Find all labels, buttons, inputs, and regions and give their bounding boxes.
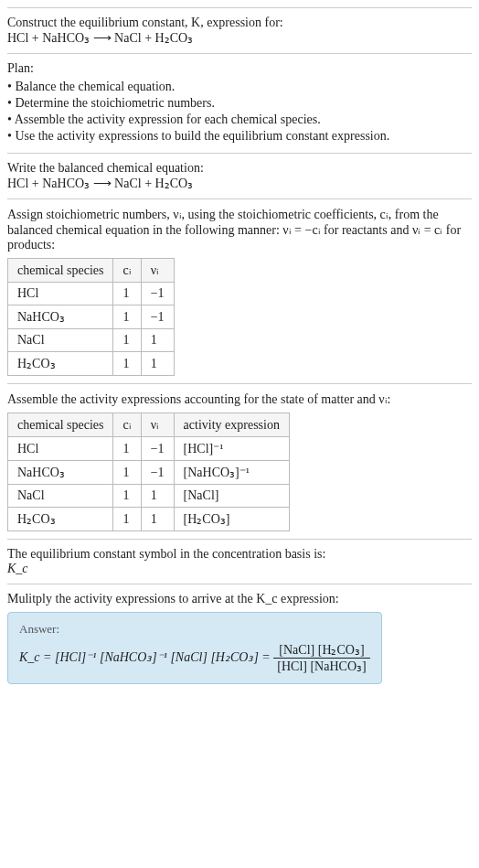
table-row: H₂CO₃ 1 1 [H₂CO₃]	[8, 508, 290, 531]
activity-intro: Assemble the activity expressions accoun…	[7, 391, 472, 407]
cell-species: NaCl	[8, 329, 113, 352]
cell-ci: 1	[113, 329, 141, 352]
answer-label: Answer:	[19, 622, 370, 637]
answer-expression: K_c = [HCl]⁻¹ [NaHCO₃]⁻¹ [NaCl] [H₂CO₃] …	[19, 642, 370, 674]
symbol-section: The equilibrium constant symbol in the c…	[7, 539, 472, 584]
cell-species: HCl	[8, 283, 113, 305]
cell-ci: 1	[113, 283, 141, 305]
symbol-intro: The equilibrium constant symbol in the c…	[7, 547, 472, 562]
col-activity: activity expression	[174, 413, 289, 437]
multiply-section: Mulitply the activity expressions to arr…	[7, 584, 472, 691]
cell-activity: [NaCl]	[174, 485, 289, 508]
col-ci: cᵢ	[113, 259, 141, 283]
col-nui: νᵢ	[141, 413, 174, 437]
cell-ci: 1	[113, 461, 141, 485]
cell-species: H₂CO₃	[8, 352, 113, 376]
cell-nui: 1	[141, 352, 174, 376]
balanced-section: Write the balanced chemical equation: HC…	[7, 153, 472, 198]
col-nui: νᵢ	[141, 259, 174, 283]
table-header-row: chemical species cᵢ νᵢ activity expressi…	[8, 413, 290, 437]
header-prompt: Construct the equilibrium constant, K, e…	[7, 16, 472, 30]
header-equation: HCl + NaHCO₃ ⟶ NaCl + H₂CO₃	[7, 30, 472, 46]
plan-section: Plan: • Balance the chemical equation. •…	[7, 53, 472, 153]
cell-species: NaHCO₃	[8, 305, 113, 329]
balanced-equation: HCl + NaHCO₃ ⟶ NaCl + H₂CO₃	[7, 176, 472, 191]
activity-section: Assemble the activity expressions accoun…	[7, 383, 472, 539]
plan-title: Plan:	[7, 61, 472, 76]
stoich-section: Assign stoichiometric numbers, νᵢ, using…	[7, 198, 472, 383]
stoich-table: chemical species cᵢ νᵢ HCl 1 −1 NaHCO₃ 1…	[7, 258, 175, 376]
cell-species: NaHCO₃	[8, 461, 113, 485]
col-species: chemical species	[8, 259, 113, 283]
stoich-intro: Assign stoichiometric numbers, νᵢ, using…	[7, 207, 472, 252]
header-section: Construct the equilibrium constant, K, e…	[7, 7, 472, 53]
cell-activity: [H₂CO₃]	[174, 508, 289, 531]
table-row: NaHCO₃ 1 −1	[8, 305, 175, 329]
fraction-denominator: [HCl] [NaHCO₃]	[273, 659, 369, 674]
cell-species: NaCl	[8, 485, 113, 508]
balanced-title: Write the balanced chemical equation:	[7, 161, 472, 176]
answer-lhs: K_c = [HCl]⁻¹ [NaHCO₃]⁻¹ [NaCl] [H₂CO₃] …	[19, 650, 271, 664]
plan-item: • Assemble the activity expression for e…	[7, 113, 472, 127]
fraction-numerator: [NaCl] [H₂CO₃]	[273, 642, 369, 659]
cell-activity: [NaHCO₃]⁻¹	[174, 461, 289, 485]
cell-ci: 1	[113, 508, 141, 531]
cell-nui: −1	[141, 305, 174, 329]
cell-ci: 1	[113, 352, 141, 376]
table-header-row: chemical species cᵢ νᵢ	[8, 259, 175, 283]
plan-item: • Use the activity expressions to build …	[7, 129, 472, 144]
plan-item: • Balance the chemical equation.	[7, 80, 472, 94]
cell-nui: −1	[141, 283, 174, 305]
table-row: NaCl 1 1	[8, 329, 175, 352]
cell-nui: −1	[141, 461, 174, 485]
col-species: chemical species	[8, 413, 113, 437]
answer-box: Answer: K_c = [HCl]⁻¹ [NaHCO₃]⁻¹ [NaCl] …	[7, 612, 382, 684]
activity-table: chemical species cᵢ νᵢ activity expressi…	[7, 413, 290, 531]
multiply-title: Mulitply the activity expressions to arr…	[7, 592, 472, 606]
table-row: HCl 1 −1 [HCl]⁻¹	[8, 437, 290, 461]
cell-nui: 1	[141, 508, 174, 531]
plan-item: • Determine the stoichiometric numbers.	[7, 96, 472, 111]
cell-nui: 1	[141, 485, 174, 508]
cell-nui: 1	[141, 329, 174, 352]
table-row: H₂CO₃ 1 1	[8, 352, 175, 376]
cell-activity: [HCl]⁻¹	[174, 437, 289, 461]
plan-list: • Balance the chemical equation. • Deter…	[7, 80, 472, 144]
table-row: NaHCO₃ 1 −1 [NaHCO₃]⁻¹	[8, 461, 290, 485]
col-ci: cᵢ	[113, 413, 141, 437]
symbol-kc: K_c	[7, 562, 472, 576]
table-row: HCl 1 −1	[8, 283, 175, 305]
table-row: NaCl 1 1 [NaCl]	[8, 485, 290, 508]
cell-species: H₂CO₃	[8, 508, 113, 531]
cell-ci: 1	[113, 305, 141, 329]
answer-fraction: [NaCl] [H₂CO₃] [HCl] [NaHCO₃]	[273, 642, 369, 674]
cell-ci: 1	[113, 485, 141, 508]
cell-species: HCl	[8, 437, 113, 461]
cell-ci: 1	[113, 437, 141, 461]
cell-nui: −1	[141, 437, 174, 461]
